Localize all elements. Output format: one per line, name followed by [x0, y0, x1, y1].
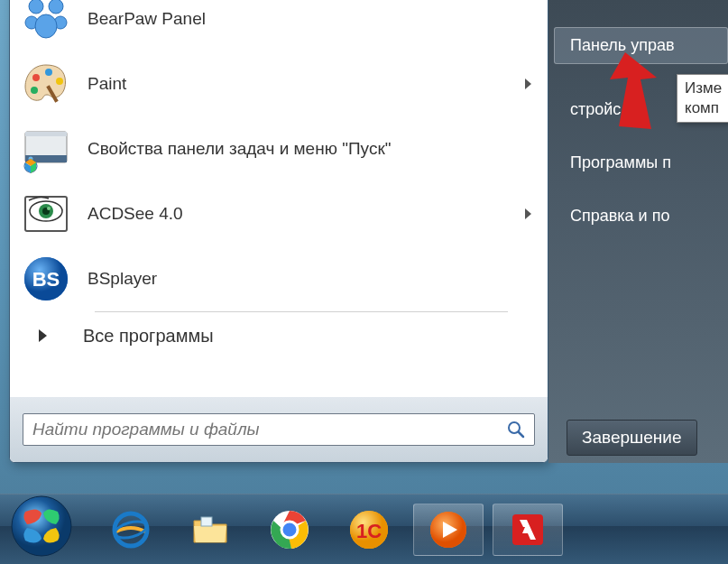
svg-rect-13 [25, 132, 67, 136]
tooltip-text: Изме комп [685, 79, 722, 116]
svg-point-7 [56, 78, 63, 85]
search-icon[interactable] [498, 414, 534, 445]
bearpaw-icon [21, 0, 71, 44]
wmp-icon [428, 509, 469, 550]
search-box [23, 413, 535, 446]
submenu-arrow-icon [525, 79, 531, 89]
programs-list: BearPaw Panel Paint [10, 0, 548, 397]
start-menu-right-panel: Панель управ стройс Программы п Справка … [548, 0, 728, 463]
right-item-label: Программы п [570, 153, 671, 171]
svg-point-6 [45, 69, 52, 76]
search-area [10, 397, 548, 462]
svg-point-19 [47, 207, 51, 210]
taskbar-item-wmp[interactable] [413, 504, 484, 556]
right-item-label: Справка и по [570, 207, 669, 225]
taskbar-item-ie[interactable] [96, 504, 166, 556]
all-programs-label: Все программы [83, 326, 214, 347]
acdsee-icon [21, 189, 71, 239]
folder-icon [189, 508, 232, 551]
svg-text:BS: BS [32, 268, 60, 291]
program-item-acdsee[interactable]: ACDSee 4.0 [14, 181, 544, 246]
tooltip: Изме комп [677, 74, 728, 123]
program-label: Свойства панели задач и меню "Пуск" [88, 139, 537, 159]
search-input[interactable] [23, 414, 498, 445]
program-label: BSplayer [88, 269, 537, 289]
adobe-icon [507, 509, 548, 550]
svg-point-8 [31, 87, 38, 94]
taskbar-item-adobe[interactable] [493, 504, 563, 556]
taskbar-item-chrome[interactable] [254, 504, 325, 556]
svg-line-24 [519, 432, 523, 437]
ie-icon [109, 508, 152, 551]
start-menu: BearPaw Panel Paint [9, 0, 548, 463]
all-programs-arrow-icon [39, 329, 47, 342]
svg-text:1C: 1C [356, 520, 382, 542]
submenu-arrow-icon [525, 208, 531, 219]
taskbar-props-icon [21, 124, 71, 174]
start-button[interactable] [5, 490, 78, 562]
bsplayer-icon: BS [21, 254, 71, 304]
program-label: ACDSee 4.0 [88, 204, 525, 224]
shutdown-label: Завершение [582, 428, 682, 447]
svg-point-25 [12, 496, 71, 556]
svg-point-0 [29, 0, 43, 14]
right-item-help[interactable]: Справка и по [548, 198, 728, 235]
taskbar-item-1c[interactable]: 1C [334, 504, 404, 556]
right-item-control-panel[interactable]: Панель управ [554, 27, 728, 64]
right-item-label: стройс [570, 100, 621, 118]
svg-point-1 [49, 0, 63, 14]
program-item-taskbar-props[interactable]: Свойства панели задач и меню "Пуск" [14, 116, 544, 181]
program-item-bsplayer[interactable]: BS BSplayer [14, 246, 544, 311]
taskbar-item-explorer[interactable] [175, 504, 245, 556]
program-item-bearpaw[interactable]: BearPaw Panel [14, 0, 544, 51]
shutdown-button[interactable]: Завершение [567, 420, 697, 456]
right-item-default-programs[interactable]: Программы п [548, 144, 728, 181]
chrome-icon [269, 509, 310, 550]
right-item-label: Панель управ [570, 36, 675, 54]
svg-point-4 [35, 14, 57, 38]
paint-icon [21, 59, 71, 109]
all-programs-button[interactable]: Все программы [14, 312, 544, 359]
program-label: BearPaw Panel [88, 9, 537, 29]
svg-rect-28 [201, 517, 212, 526]
1c-icon: 1C [348, 509, 390, 550]
taskbar: 1C [0, 494, 728, 564]
program-label: Paint [88, 74, 525, 94]
svg-point-5 [32, 74, 40, 81]
shutdown-area: Завершение [548, 412, 728, 463]
program-item-paint[interactable]: Paint [14, 51, 544, 116]
